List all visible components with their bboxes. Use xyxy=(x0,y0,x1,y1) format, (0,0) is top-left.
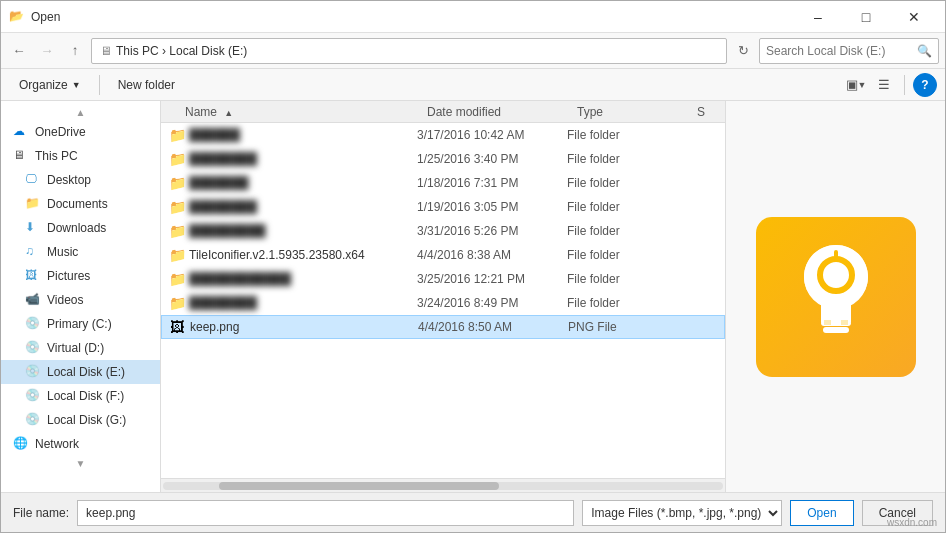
sidebar-scroll-up[interactable]: ▲ xyxy=(1,105,160,120)
organize-button[interactable]: Organize ▼ xyxy=(9,73,91,97)
table-row[interactable]: 📁 █████████ 3/31/2016 5:26 PM File folde… xyxy=(161,219,725,243)
table-row[interactable]: 📁 ██████ 3/17/2016 10:42 AM File folder xyxy=(161,123,725,147)
minimize-button[interactable]: – xyxy=(795,1,841,33)
back-button[interactable]: ← xyxy=(7,39,31,63)
folder-icon: 📁 xyxy=(169,127,185,143)
col-size-header[interactable]: S xyxy=(697,105,725,119)
onedrive-icon: ☁ xyxy=(13,124,29,140)
col-size-label: S xyxy=(697,105,705,119)
col-name-header[interactable]: Name ▲ xyxy=(177,105,427,119)
file-name: ████████ xyxy=(189,296,417,310)
file-pane: Name ▲ Date modified Type S 📁 ██████ 3/1… xyxy=(161,101,725,492)
sidebar-label-desktop: Desktop xyxy=(47,173,91,187)
drive-c-icon: 💿 xyxy=(25,316,41,332)
sidebar-item-local-g[interactable]: 💿 Local Disk (G:) xyxy=(1,408,160,432)
hscroll-thumb xyxy=(219,482,499,490)
sidebar-item-onedrive[interactable]: ☁ OneDrive xyxy=(1,120,160,144)
table-row[interactable]: 📁 ████████ 3/24/2016 8:49 PM File folder xyxy=(161,291,725,315)
sidebar-item-primary-c[interactable]: 💿 Primary (C:) xyxy=(1,312,160,336)
table-row[interactable]: 📁 TileIconifier.v2.1.5935.23580.x64 4/4/… xyxy=(161,243,725,267)
sidebar-item-local-f[interactable]: 💿 Local Disk (F:) xyxy=(1,384,160,408)
sidebar-item-virtual-d[interactable]: 💿 Virtual (D:) xyxy=(1,336,160,360)
sidebar-label-primary-c: Primary (C:) xyxy=(47,317,112,331)
sidebar-item-network[interactable]: 🌐 Network xyxy=(1,432,160,456)
col-date-header[interactable]: Date modified xyxy=(427,105,577,119)
sidebar-scroll-down[interactable]: ▼ xyxy=(1,456,160,471)
sidebar-label-videos: Videos xyxy=(47,293,83,307)
sidebar-item-this-pc[interactable]: 🖥 This PC xyxy=(1,144,160,168)
help-icon: ? xyxy=(921,78,928,92)
search-icon: 🔍 xyxy=(917,44,932,58)
file-date: 1/18/2016 7:31 PM xyxy=(417,176,567,190)
file-date: 3/31/2016 5:26 PM xyxy=(417,224,567,238)
table-row[interactable]: 📁 ████████████ 3/25/2016 12:21 PM File f… xyxy=(161,267,725,291)
table-row[interactable]: 🖼 keep.png 4/4/2016 8:50 AM PNG File xyxy=(161,315,725,339)
main-content: ▲ ☁ OneDrive 🖥 This PC 🖵 Desktop 📁 Docum… xyxy=(1,101,945,492)
window-title: Open xyxy=(31,10,795,24)
details-pane-button[interactable]: ☰ xyxy=(872,73,896,97)
col-type-header[interactable]: Type xyxy=(577,105,697,119)
sort-arrow: ▲ xyxy=(224,108,233,118)
sidebar-item-videos[interactable]: 📹 Videos xyxy=(1,288,160,312)
up-button[interactable]: ↑ xyxy=(63,39,87,63)
this-pc-icon: 🖥 xyxy=(13,148,29,164)
desktop-icon: 🖵 xyxy=(25,172,41,188)
file-name: █████████ xyxy=(189,224,417,238)
close-button[interactable]: ✕ xyxy=(891,1,937,33)
filename-label: File name: xyxy=(13,506,69,520)
sidebar-label-this-pc: This PC xyxy=(35,149,78,163)
file-date: 4/4/2016 8:38 AM xyxy=(417,248,567,262)
view-dropdown-icon: ▼ xyxy=(858,80,867,90)
horizontal-scrollbar[interactable] xyxy=(161,478,725,492)
pictures-icon: 🖼 xyxy=(25,268,41,284)
search-input[interactable] xyxy=(766,44,917,58)
new-folder-button[interactable]: New folder xyxy=(108,73,185,97)
open-button[interactable]: Open xyxy=(790,500,853,526)
view-icon: ▣ xyxy=(846,77,858,92)
sidebar-label-music: Music xyxy=(47,245,78,259)
toolbar-separator xyxy=(99,75,100,95)
filename-input[interactable] xyxy=(77,500,574,526)
view-toggle-button[interactable]: ▣ ▼ xyxy=(844,73,868,97)
sidebar: ▲ ☁ OneDrive 🖥 This PC 🖵 Desktop 📁 Docum… xyxy=(1,101,161,492)
forward-button[interactable]: → xyxy=(35,39,59,63)
sidebar-item-local-e[interactable]: 💿 Local Disk (E:) xyxy=(1,360,160,384)
file-type: File folder xyxy=(567,176,687,190)
help-button[interactable]: ? xyxy=(913,73,937,97)
maximize-button[interactable]: □ xyxy=(843,1,889,33)
sidebar-item-pictures[interactable]: 🖼 Pictures xyxy=(1,264,160,288)
table-row[interactable]: 📁 ███████ 1/18/2016 7:31 PM File folder xyxy=(161,171,725,195)
file-type: PNG File xyxy=(568,320,688,334)
organize-label: Organize xyxy=(19,78,68,92)
drive-e-icon: 💿 xyxy=(25,364,41,380)
folder-icon: 📁 xyxy=(169,151,185,167)
table-row[interactable]: 📁 ████████ 1/19/2016 3:05 PM File folder xyxy=(161,195,725,219)
window-icon: 📂 xyxy=(9,9,25,25)
details-pane-icon: ☰ xyxy=(878,77,890,92)
sidebar-label-onedrive: OneDrive xyxy=(35,125,86,139)
address-path[interactable]: 🖥 This PC › Local Disk (E:) xyxy=(91,38,727,64)
sidebar-label-pictures: Pictures xyxy=(47,269,90,283)
file-date: 1/19/2016 3:05 PM xyxy=(417,200,567,214)
folder-icon: 📁 xyxy=(169,175,185,191)
svg-rect-6 xyxy=(841,320,848,325)
file-type: File folder xyxy=(567,128,687,142)
filetype-select[interactable]: Image Files (*.bmp, *.jpg, *.png) xyxy=(582,500,782,526)
new-folder-label: New folder xyxy=(118,78,175,92)
refresh-button[interactable]: ↻ xyxy=(731,39,755,63)
folder-icon: 📁 xyxy=(169,223,185,239)
title-bar: 📂 Open – □ ✕ xyxy=(1,1,945,33)
file-name: ██████ xyxy=(189,128,417,142)
file-list-header: Name ▲ Date modified Type S xyxy=(161,101,725,123)
sidebar-item-music[interactable]: ♫ Music xyxy=(1,240,160,264)
address-bar: ← → ↑ 🖥 This PC › Local Disk (E:) ↻ 🔍 xyxy=(1,33,945,69)
file-type: File folder xyxy=(567,152,687,166)
sidebar-item-downloads[interactable]: ⬇ Downloads xyxy=(1,216,160,240)
folder-icon: 📁 xyxy=(169,199,185,215)
file-date: 3/17/2016 10:42 AM xyxy=(417,128,567,142)
file-name: keep.png xyxy=(190,320,418,334)
sidebar-item-desktop[interactable]: 🖵 Desktop xyxy=(1,168,160,192)
table-row[interactable]: 📁 ████████ 1/25/2016 3:40 PM File folder xyxy=(161,147,725,171)
sidebar-item-documents[interactable]: 📁 Documents xyxy=(1,192,160,216)
drive-d-icon: 💿 xyxy=(25,340,41,356)
